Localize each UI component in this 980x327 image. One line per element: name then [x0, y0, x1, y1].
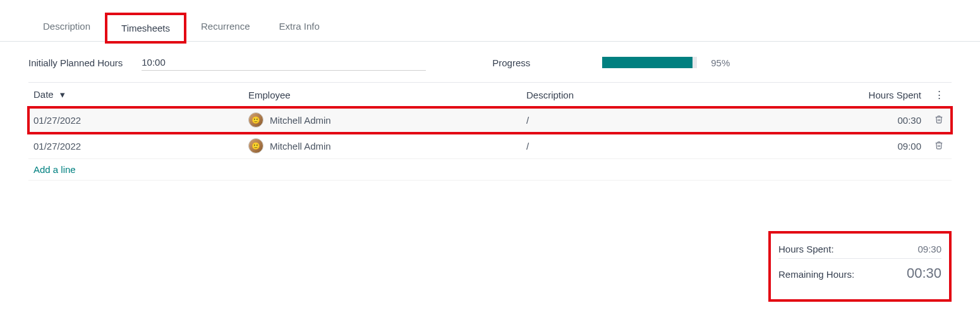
col-date[interactable]: Date ▾	[28, 83, 243, 107]
cell-employee[interactable]: Mitchell Admin	[270, 115, 331, 126]
tabs-bar: Description Timesheets Recurrence Extra …	[28, 13, 952, 42]
remaining-hours-value: 00:30	[907, 265, 941, 282]
col-actions[interactable]: ⋮	[926, 83, 952, 107]
progress-percent: 95%	[711, 57, 730, 68]
col-description[interactable]: Description	[521, 83, 850, 107]
avatar: 🙂	[248, 112, 263, 128]
col-date-label: Date	[33, 89, 54, 100]
cell-description[interactable]: /	[521, 133, 850, 159]
totals-box: Hours Spent: 09:30 Remaining Hours: 00:3…	[768, 231, 952, 302]
remaining-hours-label: Remaining Hours:	[778, 269, 854, 280]
cell-hours[interactable]: 09:00	[850, 133, 926, 159]
cell-hours[interactable]: 00:30	[850, 107, 926, 133]
col-employee[interactable]: Employee	[243, 83, 521, 107]
tab-description[interactable]: Description	[28, 13, 105, 41]
table-row[interactable]: 01/27/2022 🙂 Mitchell Admin / 00:30	[28, 107, 952, 133]
kebab-icon[interactable]: ⋮	[935, 89, 944, 100]
table-row[interactable]: 01/27/2022 🙂 Mitchell Admin / 09:00	[28, 133, 952, 159]
progress-bar	[602, 57, 697, 68]
trash-icon[interactable]	[935, 115, 943, 126]
add-line-link[interactable]: Add a line	[33, 164, 76, 175]
progress-fill	[602, 57, 693, 68]
caret-down-icon: ▾	[60, 89, 65, 100]
tab-extra-info[interactable]: Extra Info	[265, 13, 334, 41]
hours-spent-label: Hours Spent:	[778, 244, 834, 254]
tab-timesheets[interactable]: Timesheets	[105, 13, 186, 44]
cell-description[interactable]: /	[521, 107, 850, 133]
add-line-row[interactable]: Add a line	[28, 159, 952, 181]
trash-icon[interactable]	[935, 141, 943, 152]
progress-label: Progress	[492, 57, 530, 68]
avatar: 🙂	[248, 138, 263, 153]
cell-employee[interactable]: Mitchell Admin	[270, 141, 331, 152]
cell-date[interactable]: 01/27/2022	[28, 133, 243, 159]
planned-hours-input[interactable]	[142, 54, 426, 71]
col-hours[interactable]: Hours Spent	[850, 83, 926, 107]
hours-spent-value: 09:30	[917, 244, 941, 254]
cell-date[interactable]: 01/27/2022	[28, 107, 243, 133]
tab-recurrence[interactable]: Recurrence	[186, 13, 265, 41]
timesheet-table: Date ▾ Employee Description Hours Spent …	[28, 82, 952, 181]
summary-row: Initially Planned Hours Progress 95%	[28, 54, 952, 82]
planned-hours-label: Initially Planned Hours	[28, 57, 123, 68]
